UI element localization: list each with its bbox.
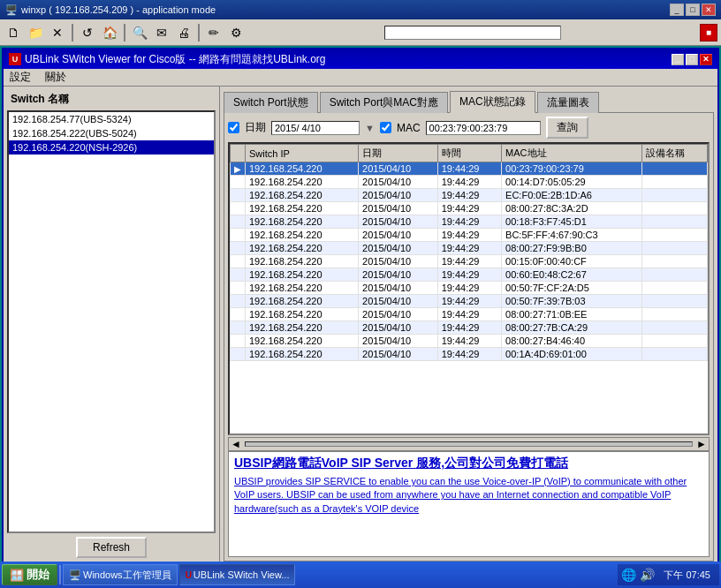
refresh-button[interactable]: Refresh — [76, 537, 147, 558]
row-date: 2015/04/10 — [359, 348, 438, 361]
row-arrow — [231, 308, 246, 321]
row-mac: 08:00:27:7B:CA:29 — [502, 321, 642, 335]
row-date: 2015/04/10 — [359, 282, 438, 295]
switch-list: 192.168.254.77(UBS-5324) 192.168.254.222… — [7, 110, 216, 533]
tray-icon-1[interactable]: 🌐 — [621, 568, 636, 582]
switch-item-2[interactable]: 192.168.254.220(NSH-2926) — [9, 140, 214, 155]
start-button[interactable]: 🪟 開始 — [2, 564, 57, 585]
table-row[interactable]: ▶ 192.168.254.220 2015/04/10 19:44:29 00… — [231, 162, 708, 176]
row-time: 19:44:29 — [437, 282, 501, 295]
mac-input[interactable] — [426, 121, 541, 135]
table-row[interactable]: 192.168.254.220 2015/04/10 19:44:29 00:1… — [231, 255, 708, 268]
col-time[interactable]: 時間 — [437, 145, 501, 162]
main-title-bar: U UBLink SWitch Viewer for Cisco版 -- 網路有… — [4, 49, 717, 69]
row-date: 2015/04/10 — [359, 162, 438, 176]
switch-item-1[interactable]: 192.168.254.222(UBS-5024) — [9, 126, 214, 140]
table-row[interactable]: 192.168.254.220 2015/04/10 19:44:29 08:0… — [231, 335, 708, 348]
mac-checkbox[interactable] — [380, 122, 391, 133]
date-input[interactable] — [271, 121, 360, 135]
row-date: 2015/04/10 — [359, 215, 438, 229]
sep2 — [124, 24, 125, 41]
table-row[interactable]: 192.168.254.220 2015/04/10 19:44:29 08:0… — [231, 308, 708, 321]
address-bar[interactable] — [384, 26, 561, 40]
row-mac: 08:00:27:8C:3A:2D — [502, 202, 642, 215]
taskbar-app-0[interactable]: 🖥️ Windows工作管理員 — [63, 564, 178, 585]
print-icon[interactable]: 🖨 — [174, 23, 194, 42]
panel-title: Switch 名稱 — [7, 90, 216, 109]
row-date: 2015/04/10 — [359, 295, 438, 308]
switch-item-0[interactable]: 192.168.254.77(UBS-5324) — [9, 112, 214, 126]
table-row[interactable]: 192.168.254.220 2015/04/10 19:44:29 00:1… — [231, 215, 708, 229]
h-scrollbar[interactable]: ◄ ► — [228, 437, 710, 451]
tab-port-status[interactable]: Switch Port狀態 — [224, 92, 318, 113]
main-maximize-btn[interactable]: □ — [686, 54, 698, 65]
row-mac: EC:F0:0E:2B:1D:A6 — [502, 189, 642, 202]
row-device — [641, 282, 707, 295]
row-time: 19:44:29 — [437, 321, 501, 335]
col-device[interactable]: 設備名稱 — [641, 145, 707, 162]
row-ip: 192.168.254.220 — [246, 335, 359, 348]
open-icon[interactable]: 📁 — [26, 23, 45, 42]
title-bar-controls: _ □ ✕ — [670, 4, 716, 16]
table-row[interactable]: 192.168.254.220 2015/04/10 19:44:29 00:1… — [231, 176, 708, 189]
new-icon[interactable]: 🗋 — [4, 23, 23, 42]
row-ip: 192.168.254.220 — [246, 176, 359, 189]
tray-icon-2[interactable]: 🔊 — [640, 568, 655, 582]
row-device — [641, 215, 707, 229]
maximize-btn[interactable]: □ — [686, 4, 700, 16]
email-icon[interactable]: ✉ — [152, 23, 171, 42]
edit-icon[interactable]: ✏ — [204, 23, 224, 42]
taskbar-app-1[interactable]: U UBLink SWitch View... — [179, 564, 296, 585]
tab-traffic[interactable]: 流量圖表 — [537, 92, 599, 113]
table-row[interactable]: 192.168.254.220 2015/04/10 19:44:29 00:5… — [231, 295, 708, 308]
col-mac[interactable]: MAC地址 — [502, 145, 642, 162]
main-close-btn[interactable]: ✕ — [700, 54, 712, 65]
menu-settings[interactable]: 設定 — [7, 69, 34, 86]
menu-about[interactable]: 關於 — [42, 69, 69, 86]
tab-mac-record[interactable]: MAC狀態記錄 — [450, 91, 535, 113]
date-checkbox[interactable] — [228, 122, 239, 133]
minimize-btn[interactable]: _ — [670, 4, 684, 16]
query-button[interactable]: 查詢 — [546, 117, 588, 139]
row-ip: 192.168.254.220 — [246, 282, 359, 295]
table-row[interactable]: 192.168.254.220 2015/04/10 19:44:29 BC:5… — [231, 229, 708, 242]
scroll-left-btn[interactable]: ◄ — [231, 438, 241, 450]
title-bar-left: 🖥️ winxp ( 192.168.254.209 ) - applicati… — [5, 4, 216, 16]
delete-icon[interactable]: ✕ — [48, 23, 67, 42]
table-row[interactable]: 192.168.254.220 2015/04/10 19:44:29 08:0… — [231, 321, 708, 335]
row-ip: 192.168.254.220 — [246, 202, 359, 215]
row-time: 19:44:29 — [437, 335, 501, 348]
row-ip: 192.168.254.220 — [246, 308, 359, 321]
table-row[interactable]: 192.168.254.220 2015/04/10 19:44:29 00:6… — [231, 268, 708, 282]
row-date: 2015/04/10 — [359, 321, 438, 335]
row-mac: 00:50:7F:CF:2A:D5 — [502, 282, 642, 295]
row-date: 2015/04/10 — [359, 268, 438, 282]
data-table-container[interactable]: Switch IP 日期 時間 MAC地址 設備名稱 ▶ 192.168.254… — [228, 142, 710, 435]
tab-port-mac[interactable]: Switch Port與MAC對應 — [320, 92, 448, 113]
row-date: 2015/04/10 — [359, 176, 438, 189]
table-row[interactable]: 192.168.254.220 2015/04/10 19:44:29 00:5… — [231, 282, 708, 295]
row-device — [641, 348, 707, 361]
content-area: Switch 名稱 192.168.254.77(UBS-5324) 192.1… — [4, 87, 717, 565]
row-date: 2015/04/10 — [359, 202, 438, 215]
row-mac: 00:15:0F:00:40:CF — [502, 255, 642, 268]
refresh-icon[interactable]: ↺ — [78, 23, 97, 42]
taskbar-sep — [59, 565, 61, 584]
col-ip[interactable]: Switch IP — [246, 145, 359, 162]
scroll-right-btn[interactable]: ► — [696, 438, 707, 450]
home-icon[interactable]: 🏠 — [100, 23, 119, 42]
ad-body[interactable]: UBSIP provides SIP SERVICE to enable you… — [234, 476, 687, 514]
table-row[interactable]: 192.168.254.220 2015/04/10 19:44:29 08:0… — [231, 202, 708, 215]
search-icon[interactable]: 🔍 — [130, 23, 149, 42]
row-time: 19:44:29 — [437, 348, 501, 361]
table-row[interactable]: 192.168.254.220 2015/04/10 19:44:29 08:0… — [231, 242, 708, 255]
main-minimize-btn[interactable]: _ — [672, 54, 684, 65]
table-row[interactable]: 192.168.254.220 2015/04/10 19:44:29 00:1… — [231, 348, 708, 361]
close-btn[interactable]: ✕ — [702, 4, 716, 16]
settings-icon[interactable]: ⚙ — [226, 23, 246, 42]
dropdown-icon[interactable]: ▼ — [365, 123, 375, 133]
task-icon-1: U — [186, 570, 192, 580]
ad-link[interactable]: UBSIP網路電話VoIP SIP Server 服務,公司對公司免費打電話 — [234, 456, 703, 471]
table-row[interactable]: 192.168.254.220 2015/04/10 19:44:29 EC:F… — [231, 189, 708, 202]
col-date[interactable]: 日期 — [359, 145, 438, 162]
